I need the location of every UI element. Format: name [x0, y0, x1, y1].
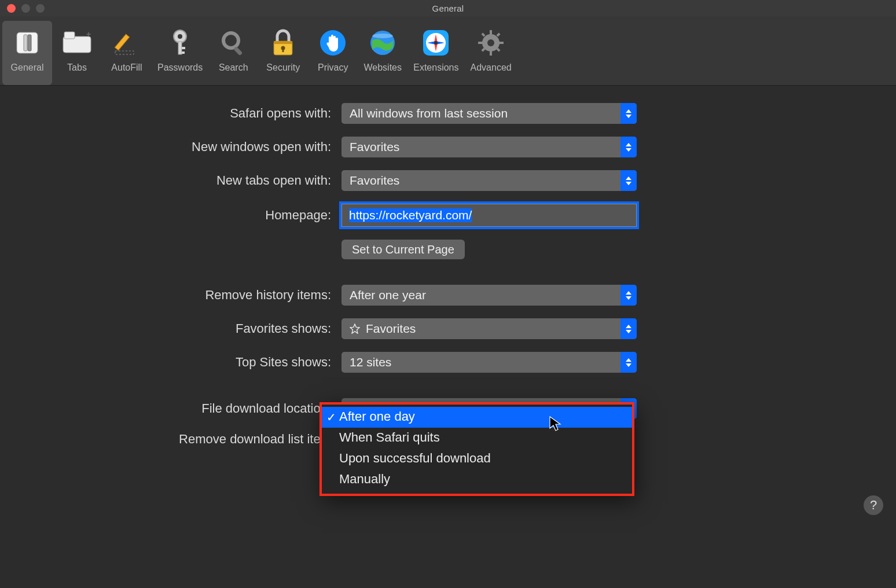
close-window-button[interactable] [7, 4, 16, 13]
tab-general-label: General [11, 63, 44, 73]
menu-item-label: Upon successful download [339, 451, 491, 466]
chevron-updown-icon [620, 285, 637, 306]
menu-item-label: Manually [339, 472, 390, 487]
hand-stop-icon [315, 25, 350, 60]
minimize-window-button[interactable] [21, 4, 30, 13]
set-current-page-button[interactable]: Set to Current Page [341, 240, 465, 259]
menu-item-upon-successful-download[interactable]: Upon successful download [322, 449, 632, 469]
tab-privacy-label: Privacy [318, 63, 348, 73]
tab-autofill[interactable]: AutoFill [102, 21, 152, 85]
svg-rect-35 [497, 32, 501, 36]
new-windows-label: New windows open with: [12, 139, 341, 155]
tab-passwords[interactable]: Passwords [152, 21, 208, 85]
download-location-label: File download location: [12, 401, 341, 416]
remove-downloads-label: Remove download list item [12, 432, 341, 447]
svg-rect-11 [178, 42, 182, 54]
window-titlebar: General [0, 0, 896, 16]
pencil-icon [109, 25, 144, 60]
svg-point-27 [434, 41, 438, 45]
homepage-input[interactable] [341, 204, 637, 227]
favorites-shows-value: Favorites [366, 322, 416, 336]
lock-icon [266, 25, 300, 60]
tab-websites-label: Websites [363, 63, 402, 73]
new-tabs-popup[interactable]: Favorites [341, 170, 637, 191]
svg-rect-12 [182, 47, 185, 49]
chevron-updown-icon [620, 103, 637, 124]
svg-rect-31 [478, 42, 483, 44]
preferences-toolbar: General + Tabs AutoFill [0, 16, 896, 86]
chevron-updown-icon [620, 137, 637, 157]
svg-marker-38 [350, 324, 359, 333]
svg-rect-17 [274, 41, 292, 44]
svg-point-10 [178, 34, 182, 39]
tab-tabs-label: Tabs [67, 63, 87, 73]
checkmark-icon: ✓ [326, 410, 336, 424]
zoom-window-button[interactable] [36, 4, 45, 13]
top-sites-value: 12 sites [350, 355, 391, 369]
star-icon [350, 324, 360, 334]
favorites-shows-label: Favorites shows: [12, 321, 341, 336]
window-title: General [7, 3, 889, 13]
svg-rect-2 [28, 35, 31, 51]
menu-item-label: After one day [339, 409, 415, 424]
remove-history-popup[interactable]: After one year [341, 285, 637, 306]
tab-search[interactable]: Search [208, 21, 258, 85]
top-sites-popup[interactable]: 12 sites [341, 352, 637, 373]
safari-opens-with-popup[interactable]: All windows from last session [341, 103, 637, 124]
tab-extensions-label: Extensions [413, 63, 458, 73]
remove-history-value: After one year [350, 288, 426, 302]
tab-security-label: Security [266, 63, 300, 73]
tab-security[interactable]: Security [258, 21, 308, 85]
help-button[interactable]: ? [864, 495, 883, 515]
tab-autofill-label: AutoFill [111, 63, 142, 73]
chevron-updown-icon [620, 318, 637, 339]
svg-rect-13 [182, 52, 185, 54]
switch-icon [10, 25, 45, 60]
tab-advanced-label: Advanced [471, 63, 512, 73]
menu-item-label: When Safari quits [339, 430, 440, 445]
tab-search-label: Search [219, 63, 248, 73]
new-windows-popup[interactable]: Favorites [341, 137, 637, 157]
window-controls [7, 4, 45, 13]
tab-advanced[interactable]: Advanced [465, 21, 517, 85]
top-sites-label: Top Sites shows: [12, 355, 341, 370]
chevron-updown-icon [620, 170, 637, 191]
tab-general[interactable]: General [2, 21, 52, 85]
svg-point-37 [487, 39, 494, 46]
svg-point-22 [372, 34, 393, 38]
svg-rect-7 [115, 34, 129, 50]
remove-history-label: Remove history items: [12, 288, 341, 303]
globe-icon [365, 25, 400, 60]
key-icon [163, 25, 197, 60]
svg-rect-29 [490, 30, 492, 35]
remove-downloads-menu[interactable]: ✓ After one day When Safari quits Upon s… [320, 402, 634, 496]
favorites-shows-popup[interactable]: Favorites [341, 318, 637, 339]
tab-tabs[interactable]: + Tabs [52, 21, 102, 85]
tab-websites[interactable]: Websites [358, 21, 407, 85]
svg-rect-33 [482, 32, 486, 36]
new-tabs-value: Favorites [350, 174, 399, 188]
svg-rect-4 [64, 32, 75, 39]
menu-item-after-one-day[interactable]: ✓ After one day [322, 407, 632, 428]
new-tabs-label: New tabs open with: [12, 173, 341, 188]
tab-passwords-label: Passwords [157, 63, 203, 73]
svg-rect-30 [490, 51, 492, 56]
chevron-updown-icon [620, 352, 637, 373]
svg-text:+: + [86, 31, 91, 39]
homepage-label: Homepage: [12, 208, 341, 223]
svg-rect-19 [282, 48, 284, 52]
tab-privacy[interactable]: Privacy [308, 21, 358, 85]
svg-rect-1 [24, 35, 27, 51]
gear-icon [473, 25, 508, 60]
compass-icon [418, 25, 453, 60]
search-icon [216, 25, 251, 60]
new-windows-value: Favorites [350, 140, 399, 154]
safari-opens-with-value: All windows from last session [350, 106, 508, 120]
tab-extensions[interactable]: Extensions [407, 21, 464, 85]
menu-item-when-safari-quits[interactable]: When Safari quits [322, 428, 632, 449]
menu-item-manually[interactable]: Manually [322, 469, 632, 490]
tabs-icon: + [60, 25, 94, 60]
svg-rect-32 [499, 42, 504, 44]
svg-point-14 [223, 33, 238, 48]
safari-opens-with-label: Safari opens with: [12, 106, 341, 121]
